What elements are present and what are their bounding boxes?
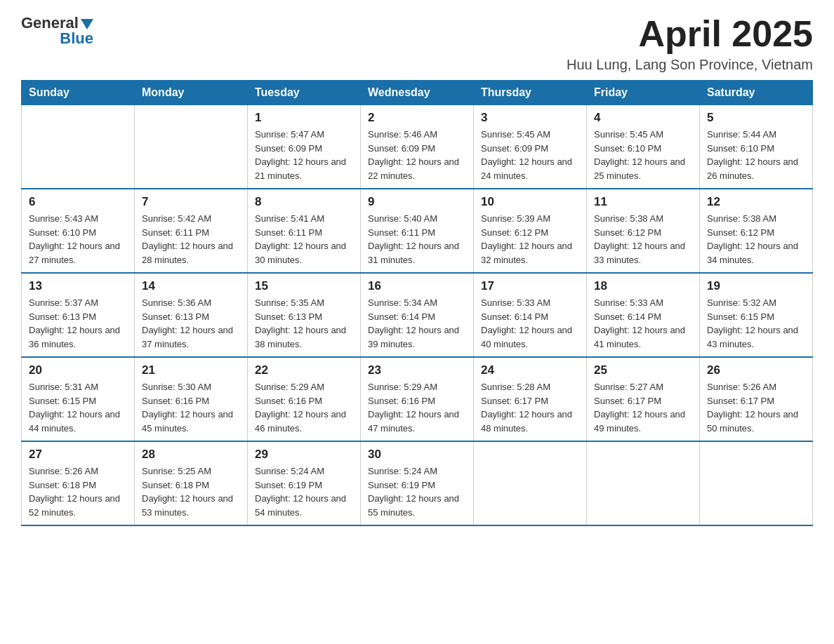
day-number: 9	[368, 195, 466, 209]
day-number: 5	[707, 111, 805, 125]
day-info: Sunrise: 5:29 AMSunset: 6:16 PMDaylight:…	[255, 380, 353, 435]
day-info: Sunrise: 5:43 AMSunset: 6:10 PMDaylight:…	[29, 212, 127, 267]
day-info: Sunrise: 5:39 AMSunset: 6:12 PMDaylight:…	[481, 212, 579, 267]
logo-blue: Blue	[60, 29, 93, 48]
calendar-cell: 23Sunrise: 5:29 AMSunset: 6:16 PMDayligh…	[361, 357, 474, 441]
calendar-cell: 10Sunrise: 5:39 AMSunset: 6:12 PMDayligh…	[474, 189, 587, 273]
day-info: Sunrise: 5:36 AMSunset: 6:13 PMDaylight:…	[142, 296, 240, 351]
day-info: Sunrise: 5:46 AMSunset: 6:09 PMDaylight:…	[368, 128, 466, 182]
day-number: 19	[707, 279, 805, 293]
calendar-week-5: 27Sunrise: 5:26 AMSunset: 6:18 PMDayligh…	[22, 441, 813, 525]
calendar-cell	[135, 105, 248, 189]
calendar-cell: 28Sunrise: 5:25 AMSunset: 6:18 PMDayligh…	[135, 441, 248, 525]
day-number: 15	[255, 279, 353, 293]
day-info: Sunrise: 5:40 AMSunset: 6:11 PMDaylight:…	[368, 212, 466, 267]
day-info: Sunrise: 5:29 AMSunset: 6:16 PMDaylight:…	[368, 380, 466, 435]
day-info: Sunrise: 5:35 AMSunset: 6:13 PMDaylight:…	[255, 296, 353, 351]
calendar-cell: 29Sunrise: 5:24 AMSunset: 6:19 PMDayligh…	[248, 441, 361, 525]
calendar-cell	[474, 441, 587, 525]
header-wednesday: Wednesday	[361, 81, 474, 105]
calendar-cell	[22, 105, 135, 189]
day-info: Sunrise: 5:38 AMSunset: 6:12 PMDaylight:…	[594, 212, 692, 267]
day-number: 20	[29, 363, 127, 377]
calendar-cell: 15Sunrise: 5:35 AMSunset: 6:13 PMDayligh…	[248, 273, 361, 357]
day-info: Sunrise: 5:44 AMSunset: 6:10 PMDaylight:…	[707, 128, 805, 182]
day-number: 25	[594, 363, 692, 377]
day-number: 13	[29, 279, 127, 293]
day-info: Sunrise: 5:31 AMSunset: 6:15 PMDaylight:…	[29, 380, 127, 435]
calendar-cell: 3Sunrise: 5:45 AMSunset: 6:09 PMDaylight…	[474, 105, 587, 189]
day-number: 22	[255, 363, 353, 377]
day-number: 23	[368, 363, 466, 377]
day-info: Sunrise: 5:37 AMSunset: 6:13 PMDaylight:…	[29, 296, 127, 351]
calendar-cell: 19Sunrise: 5:32 AMSunset: 6:15 PMDayligh…	[700, 273, 813, 357]
calendar-cell: 1Sunrise: 5:47 AMSunset: 6:09 PMDaylight…	[248, 105, 361, 189]
day-number: 28	[142, 448, 240, 462]
day-info: Sunrise: 5:26 AMSunset: 6:18 PMDaylight:…	[29, 464, 127, 519]
day-info: Sunrise: 5:30 AMSunset: 6:16 PMDaylight:…	[142, 380, 240, 435]
calendar-cell: 30Sunrise: 5:24 AMSunset: 6:19 PMDayligh…	[361, 441, 474, 525]
calendar-cell	[587, 441, 700, 525]
header-sunday: Sunday	[22, 81, 135, 105]
day-info: Sunrise: 5:33 AMSunset: 6:14 PMDaylight:…	[594, 296, 692, 351]
calendar-header-row: SundayMondayTuesdayWednesdayThursdayFrid…	[22, 81, 813, 105]
calendar-cell: 4Sunrise: 5:45 AMSunset: 6:10 PMDaylight…	[587, 105, 700, 189]
day-number: 21	[142, 363, 240, 377]
day-info: Sunrise: 5:24 AMSunset: 6:19 PMDaylight:…	[255, 464, 353, 519]
calendar-cell: 12Sunrise: 5:38 AMSunset: 6:12 PMDayligh…	[700, 189, 813, 273]
header-monday: Monday	[135, 81, 248, 105]
location-title: Huu Lung, Lang Son Province, Vietnam	[567, 57, 813, 73]
calendar-cell: 5Sunrise: 5:44 AMSunset: 6:10 PMDaylight…	[700, 105, 813, 189]
day-number: 11	[594, 195, 692, 209]
day-info: Sunrise: 5:25 AMSunset: 6:18 PMDaylight:…	[142, 464, 240, 519]
day-number: 29	[255, 448, 353, 462]
day-number: 8	[255, 195, 353, 209]
day-number: 17	[481, 279, 579, 293]
day-number: 3	[481, 111, 579, 125]
day-number: 27	[29, 448, 127, 462]
day-number: 7	[142, 195, 240, 209]
day-info: Sunrise: 5:24 AMSunset: 6:19 PMDaylight:…	[368, 464, 466, 519]
month-title: April 2025	[567, 14, 813, 54]
day-info: Sunrise: 5:38 AMSunset: 6:12 PMDaylight:…	[707, 212, 805, 267]
day-number: 10	[481, 195, 579, 209]
day-number: 14	[142, 279, 240, 293]
day-number: 2	[368, 111, 466, 125]
calendar-cell: 2Sunrise: 5:46 AMSunset: 6:09 PMDaylight…	[361, 105, 474, 189]
calendar-week-4: 20Sunrise: 5:31 AMSunset: 6:15 PMDayligh…	[22, 357, 813, 441]
day-number: 4	[594, 111, 692, 125]
day-info: Sunrise: 5:27 AMSunset: 6:17 PMDaylight:…	[594, 380, 692, 435]
calendar-cell: 7Sunrise: 5:42 AMSunset: 6:11 PMDaylight…	[135, 189, 248, 273]
title-section: April 2025 Huu Lung, Lang Son Province, …	[567, 14, 813, 73]
day-info: Sunrise: 5:33 AMSunset: 6:14 PMDaylight:…	[481, 296, 579, 351]
calendar-cell: 24Sunrise: 5:28 AMSunset: 6:17 PMDayligh…	[474, 357, 587, 441]
header-thursday: Thursday	[474, 81, 587, 105]
logo: General Blue	[21, 14, 93, 48]
calendar-week-2: 6Sunrise: 5:43 AMSunset: 6:10 PMDaylight…	[22, 189, 813, 273]
calendar-week-3: 13Sunrise: 5:37 AMSunset: 6:13 PMDayligh…	[22, 273, 813, 357]
calendar-cell: 18Sunrise: 5:33 AMSunset: 6:14 PMDayligh…	[587, 273, 700, 357]
day-info: Sunrise: 5:32 AMSunset: 6:15 PMDaylight:…	[707, 296, 805, 351]
day-number: 30	[368, 448, 466, 462]
page-header: General Blue April 2025 Huu Lung, Lang S…	[21, 14, 813, 73]
day-info: Sunrise: 5:45 AMSunset: 6:09 PMDaylight:…	[481, 128, 579, 182]
day-number: 24	[481, 363, 579, 377]
calendar-cell: 17Sunrise: 5:33 AMSunset: 6:14 PMDayligh…	[474, 273, 587, 357]
day-number: 6	[29, 195, 127, 209]
calendar-cell: 22Sunrise: 5:29 AMSunset: 6:16 PMDayligh…	[248, 357, 361, 441]
day-info: Sunrise: 5:42 AMSunset: 6:11 PMDaylight:…	[142, 212, 240, 267]
day-info: Sunrise: 5:41 AMSunset: 6:11 PMDaylight:…	[255, 212, 353, 267]
day-number: 18	[594, 279, 692, 293]
calendar-cell: 14Sunrise: 5:36 AMSunset: 6:13 PMDayligh…	[135, 273, 248, 357]
header-saturday: Saturday	[700, 81, 813, 105]
calendar-cell: 11Sunrise: 5:38 AMSunset: 6:12 PMDayligh…	[587, 189, 700, 273]
calendar-table: SundayMondayTuesdayWednesdayThursdayFrid…	[21, 80, 813, 526]
header-tuesday: Tuesday	[248, 81, 361, 105]
day-number: 16	[368, 279, 466, 293]
calendar-cell: 21Sunrise: 5:30 AMSunset: 6:16 PMDayligh…	[135, 357, 248, 441]
day-info: Sunrise: 5:28 AMSunset: 6:17 PMDaylight:…	[481, 380, 579, 435]
calendar-cell: 9Sunrise: 5:40 AMSunset: 6:11 PMDaylight…	[361, 189, 474, 273]
day-info: Sunrise: 5:34 AMSunset: 6:14 PMDaylight:…	[368, 296, 466, 351]
calendar-week-1: 1Sunrise: 5:47 AMSunset: 6:09 PMDaylight…	[22, 105, 813, 189]
calendar-cell: 25Sunrise: 5:27 AMSunset: 6:17 PMDayligh…	[587, 357, 700, 441]
